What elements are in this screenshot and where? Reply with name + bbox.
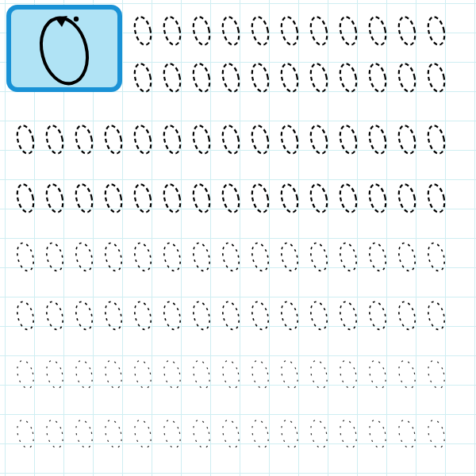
trace-oval[interactable] xyxy=(15,416,36,451)
trace-oval[interactable] xyxy=(132,298,153,333)
trace-oval[interactable] xyxy=(397,60,417,95)
trace-oval[interactable] xyxy=(74,416,94,451)
trace-oval[interactable] xyxy=(279,122,300,157)
trace-oval[interactable] xyxy=(250,181,271,216)
trace-oval[interactable] xyxy=(250,13,271,48)
trace-oval[interactable] xyxy=(279,357,300,392)
trace-oval[interactable] xyxy=(250,122,271,157)
trace-oval[interactable] xyxy=(221,357,241,392)
trace-oval[interactable] xyxy=(367,416,388,451)
trace-oval[interactable] xyxy=(367,298,388,333)
trace-oval[interactable] xyxy=(397,122,417,157)
trace-oval[interactable] xyxy=(132,13,153,48)
trace-oval[interactable] xyxy=(221,181,241,216)
trace-oval[interactable] xyxy=(162,181,182,216)
trace-oval[interactable] xyxy=(103,181,124,216)
trace-oval[interactable] xyxy=(397,181,417,216)
trace-oval[interactable] xyxy=(367,13,388,48)
trace-oval[interactable] xyxy=(426,181,447,216)
trace-oval[interactable] xyxy=(162,357,182,392)
trace-oval[interactable] xyxy=(309,181,329,216)
trace-oval[interactable] xyxy=(221,298,241,333)
trace-oval[interactable] xyxy=(221,416,241,451)
trace-oval[interactable] xyxy=(338,13,359,48)
trace-oval[interactable] xyxy=(397,13,417,48)
trace-oval[interactable] xyxy=(250,357,271,392)
trace-oval[interactable] xyxy=(162,240,182,274)
trace-oval[interactable] xyxy=(426,13,447,48)
trace-oval[interactable] xyxy=(426,122,447,157)
trace-oval[interactable] xyxy=(191,240,212,274)
trace-oval[interactable] xyxy=(44,181,65,216)
trace-oval[interactable] xyxy=(250,298,271,333)
trace-oval[interactable] xyxy=(338,240,359,274)
trace-oval[interactable] xyxy=(15,298,36,333)
trace-oval[interactable] xyxy=(309,60,329,95)
trace-oval[interactable] xyxy=(221,13,241,48)
trace-oval[interactable] xyxy=(338,60,359,95)
trace-oval[interactable] xyxy=(397,298,417,333)
trace-oval[interactable] xyxy=(250,416,271,451)
trace-oval[interactable] xyxy=(162,13,182,48)
trace-oval[interactable] xyxy=(279,13,300,48)
trace-oval[interactable] xyxy=(44,357,65,392)
trace-oval[interactable] xyxy=(309,357,329,392)
trace-oval[interactable] xyxy=(191,357,212,392)
trace-oval[interactable] xyxy=(250,240,271,274)
trace-oval[interactable] xyxy=(367,240,388,274)
trace-oval[interactable] xyxy=(309,416,329,451)
trace-oval[interactable] xyxy=(309,240,329,274)
trace-oval[interactable] xyxy=(426,416,447,451)
trace-oval[interactable] xyxy=(338,298,359,333)
trace-oval[interactable] xyxy=(74,298,94,333)
trace-oval[interactable] xyxy=(15,181,36,216)
trace-oval[interactable] xyxy=(397,357,417,392)
trace-oval[interactable] xyxy=(338,357,359,392)
trace-oval[interactable] xyxy=(15,357,36,392)
trace-oval[interactable] xyxy=(367,122,388,157)
trace-oval[interactable] xyxy=(279,181,300,216)
trace-oval[interactable] xyxy=(44,240,65,274)
trace-oval[interactable] xyxy=(221,122,241,157)
trace-oval[interactable] xyxy=(397,416,417,451)
trace-oval[interactable] xyxy=(132,60,153,95)
trace-oval[interactable] xyxy=(279,60,300,95)
trace-oval[interactable] xyxy=(15,240,36,274)
trace-oval[interactable] xyxy=(162,416,182,451)
trace-oval[interactable] xyxy=(309,13,329,48)
trace-oval[interactable] xyxy=(103,298,124,333)
trace-oval[interactable] xyxy=(426,60,447,95)
trace-oval[interactable] xyxy=(191,122,212,157)
trace-oval[interactable] xyxy=(103,357,124,392)
trace-oval[interactable] xyxy=(309,298,329,333)
trace-oval[interactable] xyxy=(191,298,212,333)
trace-oval[interactable] xyxy=(162,122,182,157)
trace-oval[interactable] xyxy=(103,122,124,157)
trace-oval[interactable] xyxy=(279,298,300,333)
trace-oval[interactable] xyxy=(103,240,124,274)
trace-oval[interactable] xyxy=(367,181,388,216)
trace-oval[interactable] xyxy=(132,122,153,157)
trace-oval[interactable] xyxy=(132,416,153,451)
trace-oval[interactable] xyxy=(162,60,182,95)
trace-oval[interactable] xyxy=(279,416,300,451)
trace-oval[interactable] xyxy=(162,298,182,333)
trace-oval[interactable] xyxy=(397,240,417,274)
trace-oval[interactable] xyxy=(191,181,212,216)
trace-oval[interactable] xyxy=(191,416,212,451)
trace-oval[interactable] xyxy=(338,181,359,216)
trace-oval[interactable] xyxy=(191,60,212,95)
trace-oval[interactable] xyxy=(74,357,94,392)
trace-oval[interactable] xyxy=(426,357,447,392)
trace-oval[interactable] xyxy=(191,13,212,48)
trace-oval[interactable] xyxy=(367,60,388,95)
trace-oval[interactable] xyxy=(426,298,447,333)
trace-oval[interactable] xyxy=(44,298,65,333)
trace-oval[interactable] xyxy=(221,60,241,95)
trace-oval[interactable] xyxy=(338,416,359,451)
trace-oval[interactable] xyxy=(338,122,359,157)
trace-oval[interactable] xyxy=(221,240,241,274)
trace-oval[interactable] xyxy=(250,60,271,95)
trace-oval[interactable] xyxy=(103,416,124,451)
trace-oval[interactable] xyxy=(132,181,153,216)
